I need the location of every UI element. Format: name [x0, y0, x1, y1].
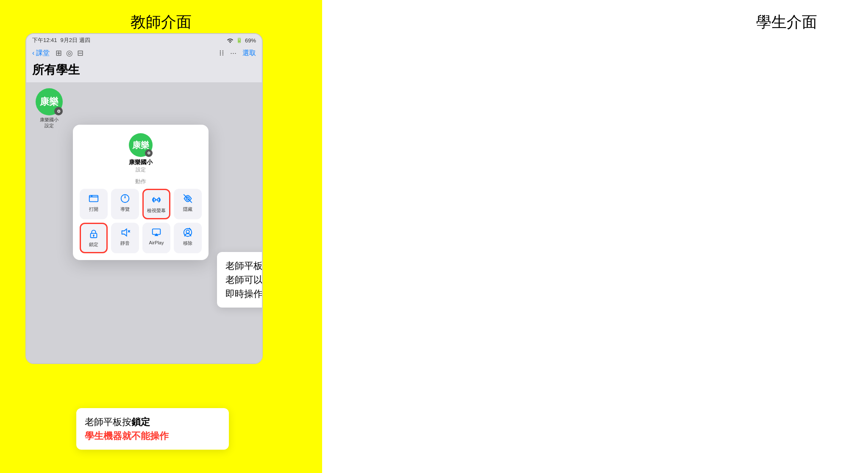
action-remove[interactable]: 移除	[174, 223, 202, 253]
nav-icons: ⊞ ◎ ⊟	[56, 48, 83, 58]
student-avatar: 康樂 ⚙	[36, 88, 63, 115]
mute-icon	[120, 227, 131, 238]
open-icon	[88, 193, 99, 204]
action-remove-label: 移除	[183, 240, 192, 246]
action-hide-label: 隱藏	[183, 206, 192, 213]
action-airplay-label: AirPlay	[149, 240, 164, 245]
lock-icon	[88, 228, 99, 239]
annotation-bottom-text: 老師平板按鎖定學生機器就不能操作	[85, 415, 220, 443]
nav-right-icons: ⁞⁞ ··· 選取	[219, 48, 256, 58]
ipad-status-bar: 下午12:41 9月2日 週四 🔋 69%	[26, 34, 262, 47]
battery-icon: 🔋	[236, 37, 242, 43]
chevron-left-icon: ‹	[32, 49, 34, 57]
popup-student-sub: 設定	[136, 166, 146, 174]
svg-marker-12	[122, 229, 127, 236]
svg-rect-0	[89, 196, 98, 202]
airplay-icon	[151, 227, 162, 238]
action-lock-label: 鎖定	[89, 241, 98, 248]
action-popup: 康樂 ⚙ 康樂國小 設定 動作 打開	[73, 125, 209, 260]
right-section-title: 學生介面	[756, 12, 817, 33]
ipad-page-title: 所有學生	[26, 59, 262, 82]
view-screen-icon	[151, 194, 162, 205]
svg-rect-2	[91, 196, 93, 197]
left-panel: 教師介面 下午12:41 9月2日 週四 🔋 69% ‹ 課堂	[0, 0, 322, 473]
action-mute[interactable]: 靜音	[111, 223, 139, 253]
status-time: 下午12:41	[32, 36, 57, 44]
svg-point-18	[186, 230, 189, 233]
status-left: 下午12:41 9月2日 週四	[32, 36, 90, 44]
ipad-content: 康樂 ⚙ 康樂國小 設定 康樂 ⚙ 康樂國小 設定 動作	[26, 82, 262, 364]
annotation-top: 老師平板按檢視螢幕老師可以看到學生的即時操作畫面	[217, 252, 263, 308]
svg-point-4	[153, 199, 156, 201]
right-panel: 學生介面	[322, 0, 868, 473]
svg-line-19	[189, 228, 191, 230]
action-open[interactable]: 打開	[80, 189, 108, 219]
action-grid: 打開 導覽	[80, 189, 202, 253]
inbox-icon[interactable]: ⊟	[77, 48, 83, 58]
svg-rect-1	[89, 196, 98, 197]
popup-student-info: 康樂 ⚙ 康樂國小 設定	[80, 133, 202, 174]
battery-pct: 69%	[245, 37, 256, 44]
action-airplay[interactable]: AirPlay	[142, 223, 170, 253]
action-open-label: 打開	[89, 206, 98, 213]
student-avatar-wrap[interactable]: 康樂 ⚙ 康樂國小 設定	[32, 88, 66, 129]
select-button[interactable]: 選取	[242, 49, 256, 58]
left-section-title: 教師介面	[131, 12, 192, 33]
compass-icon[interactable]: ◎	[66, 48, 73, 58]
status-right: 🔋 69%	[227, 37, 256, 44]
action-view-screen-label: 檢視螢幕	[147, 207, 166, 214]
popup-section-label: 動作	[80, 178, 202, 185]
action-view-screen[interactable]: 檢視螢幕	[142, 189, 170, 219]
wifi-icon	[227, 38, 234, 43]
avatar-text: 康樂	[40, 95, 58, 108]
ipad-frame: 下午12:41 9月2日 週四 🔋 69% ‹ 課堂 ⊞ ◎ ⊟	[25, 33, 263, 364]
avatar-badge: ⚙	[54, 107, 63, 115]
status-date: 9月2日 週四	[61, 36, 90, 44]
annotation-top-text: 老師平板按檢視螢幕老師可以看到學生的即時操作畫面	[225, 259, 263, 301]
student-name: 康樂國小 設定	[40, 117, 58, 129]
popup-student-name: 康樂國小	[129, 159, 153, 166]
popup-avatar: 康樂 ⚙	[129, 133, 153, 157]
action-lock[interactable]: 鎖定	[80, 223, 108, 253]
action-navigate-label: 導覽	[120, 206, 130, 213]
popup-avatar-badge: ⚙	[145, 149, 153, 157]
ipad-nav-bar: ‹ 課堂 ⊞ ◎ ⊟ ⁞⁞ ··· 選取	[26, 47, 262, 59]
remove-icon	[182, 227, 193, 238]
svg-point-5	[157, 199, 160, 201]
layers-icon[interactable]: ⊞	[56, 48, 62, 58]
nav-back-button[interactable]: ‹ 課堂	[32, 49, 50, 58]
nav-back-label: 課堂	[36, 49, 50, 58]
hide-icon	[182, 193, 193, 204]
action-hide[interactable]: 隱藏	[174, 189, 202, 219]
grid-icon[interactable]: ⁞⁞	[219, 48, 224, 58]
annotation-bottom: 老師平板按鎖定學生機器就不能操作	[76, 408, 229, 450]
more-icon[interactable]: ···	[230, 49, 236, 58]
action-navigate[interactable]: 導覽	[111, 189, 139, 219]
action-mute-label: 靜音	[120, 240, 130, 246]
navigate-icon	[120, 193, 131, 204]
popup-avatar-text: 康樂	[132, 140, 149, 151]
